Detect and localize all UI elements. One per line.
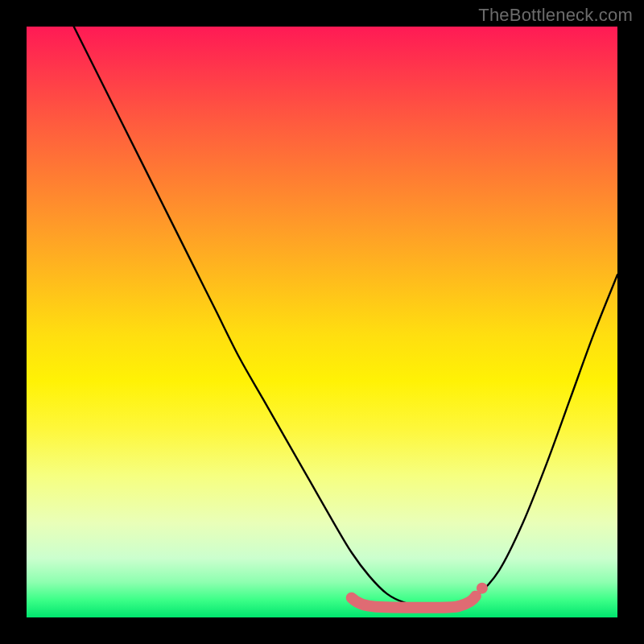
chart-svg <box>27 27 617 617</box>
watermark-text: TheBottleneck.com <box>478 5 633 26</box>
optimal-range-highlight <box>352 597 476 608</box>
optimal-point-marker <box>477 583 488 594</box>
bottleneck-curve <box>74 27 617 606</box>
plot-area <box>27 27 617 617</box>
chart-frame: TheBottleneck.com <box>0 0 644 644</box>
